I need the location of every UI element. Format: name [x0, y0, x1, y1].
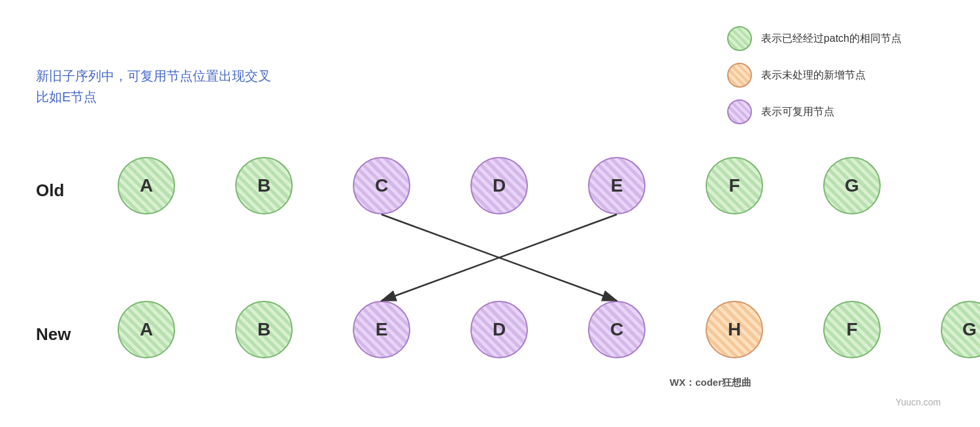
- new-node-H: H: [706, 301, 763, 358]
- legend: 表示已经经过patch的相同节点 表示未处理的新增节点 表示可复用节点: [727, 26, 902, 124]
- arrow-E-old-to-new: [382, 214, 617, 301]
- legend-item-green: 表示已经经过patch的相同节点: [727, 26, 902, 51]
- old-node-A: A: [118, 157, 175, 214]
- arrow-C-old-to-new: [382, 214, 617, 301]
- new-node-F: F: [823, 301, 881, 358]
- title-text: 新旧子序列中，可复用节点位置出现交叉 比如E节点: [36, 65, 271, 107]
- old-node-F: F: [706, 157, 763, 214]
- old-node-B: B: [235, 157, 293, 214]
- new-node-A: A: [118, 301, 175, 358]
- new-node-D: D: [470, 301, 528, 358]
- new-row-label: New: [36, 324, 71, 345]
- new-node-C: C: [588, 301, 645, 358]
- old-node-C: C: [353, 157, 410, 214]
- legend-item-purple: 表示可复用节点: [727, 99, 902, 124]
- new-node-B: B: [235, 301, 293, 358]
- old-row-label: Old: [36, 180, 64, 201]
- wx-text: WX：coder狂想曲: [670, 377, 751, 389]
- new-node-G: G: [941, 301, 980, 358]
- legend-label-purple: 表示可复用节点: [761, 105, 834, 119]
- old-node-E: E: [588, 157, 645, 214]
- site-watermark: Yuucn.com: [896, 397, 941, 407]
- legend-label-green: 表示已经经过patch的相同节点: [761, 32, 902, 46]
- title-line2: 比如E节点: [36, 86, 271, 107]
- legend-circle-orange: [727, 63, 752, 88]
- new-node-E: E: [353, 301, 410, 358]
- title-line1: 新旧子序列中，可复用节点位置出现交叉: [36, 65, 271, 86]
- old-node-G: G: [823, 157, 881, 214]
- legend-circle-purple: [727, 99, 752, 124]
- legend-circle-green: [727, 26, 752, 51]
- legend-item-orange: 表示未处理的新增节点: [727, 63, 902, 88]
- old-node-D: D: [470, 157, 528, 214]
- legend-label-orange: 表示未处理的新增节点: [761, 69, 866, 82]
- main-container: 表示已经经过patch的相同节点 表示未处理的新增节点 表示可复用节点 新旧子序…: [0, 0, 980, 427]
